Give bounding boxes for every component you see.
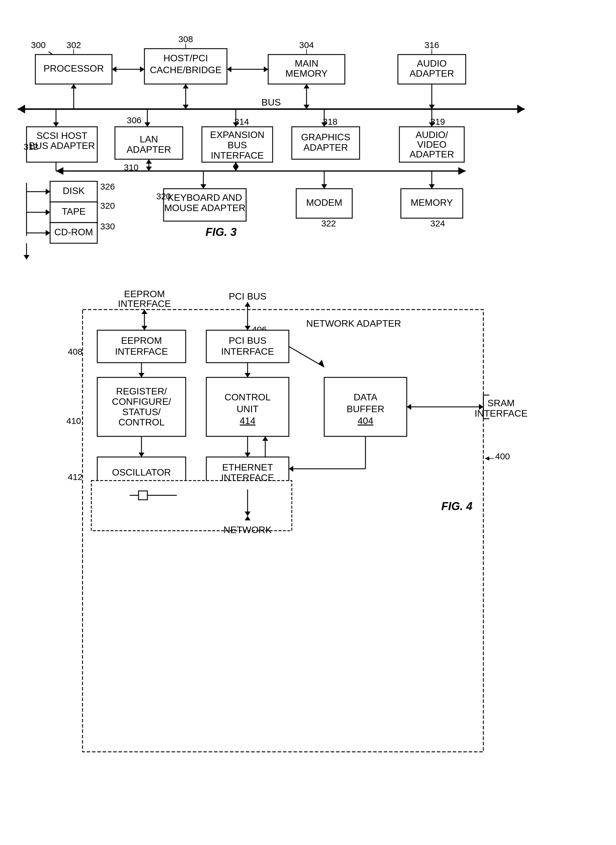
- svg-marker-37: [458, 167, 466, 175]
- ref-304: 304: [299, 40, 314, 50]
- reg-label3: STATUS/: [122, 406, 161, 417]
- lan-adapter-label1: LAN: [140, 134, 158, 144]
- diagram-container: 300 PROCESSOR 302 HOST/PCI CACHE/BRIDGE …: [0, 0, 616, 845]
- ref-330: 330: [100, 222, 115, 231]
- svg-marker-42: [233, 167, 239, 171]
- svg-marker-46: [200, 184, 206, 189]
- eeprom-box-label1: EEPROM: [121, 335, 162, 346]
- pci-bus-top-label: PCI BUS: [229, 291, 267, 302]
- svg-marker-48: [321, 184, 327, 189]
- ref-318: 318: [323, 117, 337, 126]
- svg-rect-83: [139, 491, 147, 500]
- ref-316: 316: [424, 40, 439, 50]
- svg-marker-26: [53, 122, 59, 127]
- memory-label: MEMORY: [411, 197, 453, 208]
- ref-306: 306: [127, 115, 141, 125]
- svg-marker-13: [18, 105, 25, 113]
- audio-video-label2: VIDEO: [417, 139, 447, 150]
- expansion-label1: EXPANSION: [210, 129, 264, 140]
- main-memory-label1: MAIN: [295, 58, 318, 69]
- ref-308: 308: [178, 34, 193, 44]
- host-pci-label2: CACHE/BRIDGE: [150, 65, 221, 75]
- svg-marker-40: [146, 159, 152, 164]
- cdrom-label: CD-ROM: [54, 227, 93, 237]
- audio-adapter-label1: AUDIO: [417, 58, 447, 69]
- bus-label: BUS: [261, 97, 281, 108]
- svg-marker-8: [112, 66, 116, 72]
- control-unit-ref: 414: [240, 415, 255, 426]
- svg-marker-55: [46, 209, 50, 215]
- keyboard-label2: MOUSE ADAPTER: [164, 202, 245, 213]
- tape-label: TAPE: [62, 206, 85, 217]
- reg-label2: CONFIGURE/: [112, 396, 171, 407]
- sram-interface-label: SRAM: [487, 398, 515, 408]
- svg-marker-22: [304, 84, 309, 88]
- graphics-label1: GRAPHICS: [301, 132, 350, 142]
- ethernet-label1: ETHERNET: [222, 462, 273, 472]
- processor-label: PROCESSOR: [44, 63, 104, 74]
- control-unit-label2: UNIT: [237, 403, 259, 414]
- svg-marker-14: [517, 105, 525, 113]
- graphics-label2: ADAPTER: [303, 142, 348, 153]
- ref-410: 410: [66, 416, 81, 426]
- ref-324: 324: [430, 219, 445, 228]
- svg-marker-43: [233, 162, 239, 167]
- ref-314: 314: [234, 117, 249, 126]
- fig4-label: FIG. 4: [441, 500, 472, 512]
- control-unit-label1: CONTROL: [224, 392, 271, 402]
- network-label: NETWORK: [223, 525, 272, 535]
- scsi-label1: SCSI HOST: [37, 130, 87, 141]
- reg-label4: CONTROL: [119, 417, 164, 427]
- svg-marker-61: [485, 456, 489, 461]
- scsi-label2: BUS ADAPTER: [29, 140, 95, 151]
- keyboard-label1: KEYBOARD AND: [168, 192, 242, 203]
- svg-marker-7: [140, 66, 144, 72]
- expansion-label3: INTERFACE: [211, 150, 264, 161]
- ref-408: 408: [68, 347, 82, 356]
- disk-label: DISK: [63, 185, 85, 196]
- modem-label: MODEM: [306, 197, 342, 208]
- eeprom-interface-top-label2: INTERFACE: [118, 298, 171, 309]
- svg-marker-19: [183, 84, 189, 88]
- pci-bus-interface-label1: PCI BUS: [229, 335, 267, 346]
- svg-marker-11: [227, 66, 231, 72]
- data-buffer-label1: DATA: [354, 392, 378, 402]
- main-memory-label2: MEMORY: [285, 68, 327, 79]
- lan-adapter-label2: ADAPTER: [126, 144, 171, 155]
- reg-label1: REGISTER/: [116, 386, 167, 396]
- svg-marker-67: [245, 302, 251, 307]
- expansion-label2: BUS: [227, 140, 247, 150]
- audio-video-label1: AUDIO/: [416, 129, 448, 140]
- svg-marker-36: [56, 167, 63, 175]
- ref-300: 300: [31, 40, 46, 50]
- ref-312: 312: [23, 142, 38, 151]
- svg-marker-10: [264, 66, 268, 72]
- ref-328: 320: [100, 201, 115, 211]
- audio-adapter-label2: ADAPTER: [409, 68, 454, 79]
- ref-326: 326: [100, 182, 115, 191]
- data-buffer-ref: 404: [358, 415, 373, 426]
- data-buffer-label2: BUFFER: [347, 403, 384, 414]
- ref-310: 310: [124, 163, 139, 172]
- ref-400: 400: [495, 451, 510, 461]
- eeprom-interface-top-label: EEPROM: [124, 289, 165, 299]
- svg-marker-53: [46, 189, 50, 195]
- svg-marker-39: [146, 167, 152, 171]
- audio-video-label3: ADAPTER: [409, 149, 454, 160]
- svg-marker-16: [71, 84, 77, 88]
- ref-412: 412: [68, 472, 82, 482]
- oscillator-inner-dashed: [91, 481, 292, 531]
- sram-interface-label2: INTERFACE: [475, 408, 528, 419]
- svg-marker-28: [144, 122, 150, 127]
- ref-319: 319: [430, 117, 445, 126]
- fig3-label: FIG. 3: [205, 226, 237, 238]
- host-pci-label1: HOST/PCI: [163, 53, 208, 63]
- svg-marker-59: [23, 255, 29, 260]
- svg-marker-50: [429, 184, 435, 189]
- ref-320: 320: [156, 191, 171, 201]
- eeprom-box-label2: INTERFACE: [115, 346, 168, 357]
- pci-bus-interface-label2: INTERFACE: [221, 346, 274, 357]
- oscillator-label: OSCILLATOR: [112, 467, 171, 478]
- ref-322: 322: [321, 219, 336, 228]
- ref-302: 302: [66, 40, 81, 50]
